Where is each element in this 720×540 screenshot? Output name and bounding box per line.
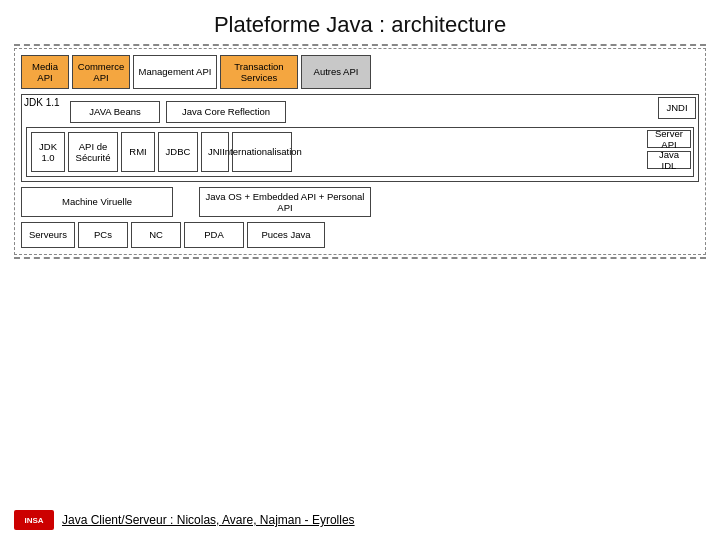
java-os-box: Java OS + Embedded API + Personal API — [199, 187, 371, 217]
pcs-box: PCs — [78, 222, 128, 248]
architecture-diagram: Verticale Horizontale Couche système Pla… — [14, 48, 706, 255]
footer-text: Java Client/Serveur : Nicolas, Avare, Na… — [62, 513, 355, 527]
server-api-box: Server API — [647, 130, 691, 148]
puces-java-box: Puces Java — [247, 222, 325, 248]
jdk11-label: JDK 1.1 — [24, 97, 60, 108]
jdbc-box: JDBC — [158, 132, 198, 172]
internationalisation-box: Internationalisation — [232, 132, 292, 172]
nc-box: NC — [131, 222, 181, 248]
rmi-box: RMI — [121, 132, 155, 172]
jndi-box: JNDI — [658, 97, 696, 119]
media-api-box: Media API — [21, 55, 69, 89]
machine-row: Machine Viruelle Java OS + Embedded API … — [21, 187, 699, 217]
api-row: Media API Commerce API Management API Tr… — [21, 55, 699, 89]
api-securite-box: API de Sécurité — [68, 132, 118, 172]
management-api-box: Management API — [133, 55, 217, 89]
autres-api-box: Autres API — [301, 55, 371, 89]
jdk10-section: JDK 1.0 API de Sécurité RMI JDBC JNI Int… — [26, 127, 694, 177]
machine-virtuelle-box: Machine Viruelle — [21, 187, 173, 217]
commerce-api-box: Commerce API — [72, 55, 130, 89]
java-idl-box: Java IDL — [647, 151, 691, 169]
serveurs-box: Serveurs — [21, 222, 75, 248]
insa-logo: INSA — [14, 510, 54, 530]
java-beans-box: JAVA Beans — [70, 101, 160, 123]
java-core-reflection-box: Java Core Reflection — [166, 101, 286, 123]
transaction-services-box: Transaction Services — [220, 55, 298, 89]
footer: INSA Java Client/Serveur : Nicolas, Avar… — [14, 510, 355, 530]
page-title: Plateforme Java : architecture — [0, 0, 720, 44]
platforms-row: Serveurs PCs NC PDA Puces Java — [21, 222, 699, 248]
jdk10-box: JDK 1.0 — [31, 132, 65, 172]
pda-box: PDA — [184, 222, 244, 248]
jdk11-section: JDK 1.1 JNDI JAVA Beans Java Core Reflec… — [21, 94, 699, 182]
